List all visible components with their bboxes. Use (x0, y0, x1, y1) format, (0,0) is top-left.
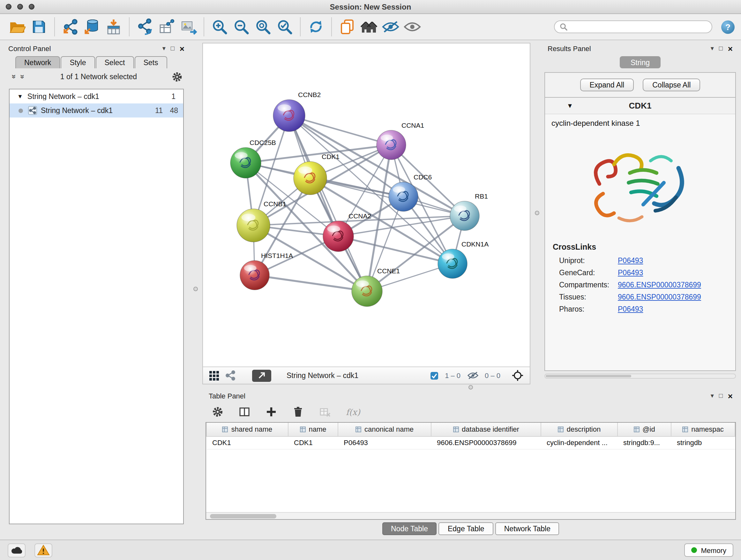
network-node-CCNB1[interactable] (237, 209, 270, 242)
network-canvas[interactable]: CCNB2CCNA1CDC25BCDK1CDC6RB1CCNB1CCNA2CDK… (203, 44, 530, 367)
network-node-CCNA2[interactable] (323, 221, 354, 252)
tab-string[interactable]: String (620, 56, 661, 68)
network-node-HIST1H1A[interactable] (240, 260, 269, 290)
import-network-from-file-button[interactable] (61, 16, 80, 38)
copy-button[interactable] (338, 16, 357, 38)
column-header-at-id[interactable]: @id (617, 423, 671, 436)
panel-close-icon[interactable]: × (180, 44, 185, 53)
import-table-from-file-button[interactable] (104, 16, 123, 38)
table-horizontal-scrollbar[interactable] (206, 512, 735, 519)
panel-maximize-icon[interactable]: □ (719, 45, 723, 52)
network-node-CDC6[interactable] (389, 182, 418, 211)
delete-column-trash-icon[interactable] (292, 406, 304, 418)
network-node-RB1[interactable] (450, 201, 479, 231)
column-header-namespace[interactable]: namespac (671, 423, 735, 436)
window-minimize-button[interactable] (17, 4, 23, 10)
memory-button[interactable]: Memory (684, 543, 733, 557)
tab-sets[interactable]: Sets (134, 56, 167, 68)
search-input[interactable] (570, 23, 706, 30)
panel-maximize-icon[interactable]: □ (171, 45, 175, 52)
column-header-name[interactable]: name (288, 423, 338, 436)
cell-database-identifier[interactable]: 9606.ENSP00000378699 (431, 436, 541, 449)
network-node-CDKN1A[interactable] (438, 249, 467, 278)
network-node-CCNB2[interactable] (273, 100, 305, 132)
network-node-CCNE1[interactable] (352, 276, 382, 307)
save-session-button[interactable] (29, 16, 49, 38)
gene-section-header[interactable]: ▼ CDK1 (545, 98, 735, 114)
results-horizontal-scrollbar[interactable] (544, 374, 736, 379)
column-header-description[interactable]: description (541, 423, 617, 436)
selected-checkbox-icon[interactable] (430, 371, 439, 380)
new-network-button[interactable] (135, 16, 154, 38)
tree-expander-icon[interactable]: ▼ (17, 93, 23, 100)
gene-expander-icon[interactable]: ▼ (567, 102, 573, 109)
cell-description[interactable]: cyclin-dependent ... (541, 436, 617, 449)
network-row-selected[interactable]: String Network – cdk1 11 48 (10, 104, 183, 118)
column-header-shared-name[interactable]: shared name (206, 423, 288, 436)
zoom-selected-button[interactable] (275, 16, 294, 38)
left-splitter-handle[interactable] (193, 287, 198, 291)
horizontal-splitter-handle[interactable] (468, 385, 473, 389)
table-settings-gear-icon[interactable] (212, 406, 223, 418)
export-image-button[interactable] (179, 16, 198, 38)
window-close-button[interactable] (6, 4, 11, 10)
network-node-CDK1[interactable] (293, 162, 327, 195)
refresh-view-button[interactable] (307, 16, 326, 38)
zoom-in-button[interactable] (210, 16, 229, 38)
cell-at-id[interactable]: stringdb:9... (617, 436, 671, 449)
network-collection-row[interactable]: ▼ String Network – cdk1 1 (10, 89, 183, 104)
tab-network[interactable]: Network (15, 56, 60, 68)
home-pages-button[interactable] (359, 16, 379, 38)
add-column-icon[interactable] (266, 406, 277, 418)
expand-all-button[interactable]: Expand All (580, 78, 634, 91)
network-edge-CDK1-RB1[interactable] (310, 178, 465, 216)
network-node-CCNA1[interactable] (377, 130, 406, 160)
tab-edge-table[interactable]: Edge Table (439, 522, 493, 535)
cell-shared-name[interactable]: CDK1 (206, 436, 288, 449)
network-overview-icon[interactable] (225, 370, 235, 381)
fit-selection-crosshair-icon[interactable] (512, 370, 523, 381)
options-gear-icon[interactable] (172, 71, 183, 82)
network-edge-CCNB2-CCNE1[interactable] (289, 116, 367, 291)
tab-select[interactable]: Select (96, 56, 134, 68)
open-session-button[interactable] (8, 16, 27, 38)
panel-maximize-icon[interactable]: □ (719, 393, 723, 399)
search-box[interactable] (554, 20, 712, 33)
network-view[interactable]: CCNB2CCNA1CDC25BCDK1CDC6RB1CCNB1CCNA2CDK… (202, 43, 530, 384)
tab-style[interactable]: Style (61, 56, 95, 68)
network-node-CDC25B[interactable] (230, 147, 261, 178)
panel-float-icon[interactable]: ▾ (711, 45, 714, 52)
cloud-status-button[interactable] (8, 543, 25, 557)
show-all-button[interactable] (403, 16, 422, 38)
help-button[interactable]: ? (721, 20, 735, 34)
cell-namespace[interactable]: stringdb (671, 436, 735, 449)
expand-all-icon[interactable]: « (17, 73, 26, 80)
panel-float-icon[interactable]: ▾ (711, 393, 714, 399)
show-columns-icon[interactable] (239, 406, 250, 418)
birds-eye-view-icon[interactable] (209, 371, 219, 380)
hide-selected-button[interactable] (381, 16, 400, 38)
detach-view-button[interactable] (252, 369, 271, 381)
table-row[interactable]: CDK1 CDK1 P06493 9606.ENSP00000378699 cy… (206, 436, 735, 449)
hidden-eye-slash-icon[interactable] (467, 371, 478, 380)
crosslink-link[interactable]: P06493 (618, 257, 643, 264)
tab-network-table[interactable]: Network Table (495, 522, 559, 535)
zoom-out-button[interactable] (232, 16, 251, 38)
tab-node-table[interactable]: Node Table (382, 522, 437, 535)
new-table-button[interactable] (157, 16, 176, 38)
collapse-all-button[interactable]: Collapse All (643, 78, 700, 91)
panel-float-icon[interactable]: ▾ (162, 45, 165, 52)
warnings-button[interactable] (35, 543, 52, 557)
panel-close-icon[interactable]: × (728, 44, 733, 53)
column-header-database-identifier[interactable]: database identifier (431, 423, 541, 436)
crosslink-link[interactable]: 9606.ENSP00000378699 (618, 281, 701, 289)
cell-canonical-name[interactable]: P06493 (338, 436, 431, 449)
import-network-from-database-button[interactable] (82, 16, 102, 38)
right-splitter-handle[interactable] (535, 211, 539, 215)
crosslink-link[interactable]: P06493 (618, 269, 643, 276)
column-header-canonical-name[interactable]: canonical name (338, 423, 431, 436)
zoom-fit-button[interactable] (253, 16, 273, 38)
crosslink-link[interactable]: 9606.ENSP00000378699 (618, 293, 701, 301)
crosslink-link[interactable]: P06493 (618, 305, 643, 313)
cell-name[interactable]: CDK1 (288, 436, 338, 449)
